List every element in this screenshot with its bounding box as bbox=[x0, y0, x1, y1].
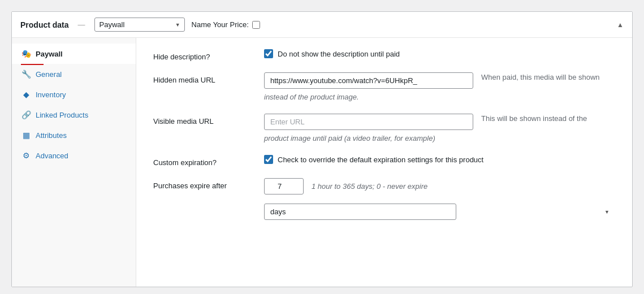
hide-description-control: Do not show the description until paid bbox=[264, 49, 615, 58]
visible-media-url-control: This will be shown instead of the produc… bbox=[264, 114, 615, 144]
main-content: Hide description? Do not show the descri… bbox=[136, 38, 632, 287]
hidden-media-url-hint-right: When paid, this media will be shown bbox=[481, 72, 600, 83]
name-your-price-label[interactable]: Name Your Price: bbox=[192, 20, 260, 29]
hide-description-label: Hide description? bbox=[153, 49, 255, 61]
custom-expiration-row: Custom expiration? Check to override the… bbox=[153, 155, 615, 167]
hide-description-checkbox-label[interactable]: Do not show the description until paid bbox=[264, 49, 615, 58]
panel-title: Product data bbox=[20, 20, 69, 29]
visible-media-url-row: Visible media URL This will be shown ins… bbox=[153, 114, 615, 144]
purchases-expire-hint: 1 hour to 365 days; 0 - never expire bbox=[312, 182, 427, 191]
custom-expiration-checkbox-text: Check to override the default expiration… bbox=[278, 155, 483, 164]
type-select-wrapper[interactable]: Paywall Simple product Grouped product E… bbox=[94, 18, 185, 32]
name-your-price-text: Name Your Price: bbox=[192, 20, 249, 29]
sidebar-item-inventory-label: Inventory bbox=[36, 90, 66, 99]
purchases-expire-input-row: 1 hour to 365 days; 0 - never expire bbox=[264, 178, 615, 194]
sidebar-item-attributes[interactable]: ▦ Attributes bbox=[12, 125, 136, 145]
hidden-media-url-hint-below: instead of the product image. bbox=[264, 92, 615, 102]
sidebar-item-advanced[interactable]: ⚙ Advanced bbox=[12, 145, 136, 166]
attributes-icon: ▦ bbox=[21, 131, 31, 140]
visible-media-url-label: Visible media URL bbox=[153, 114, 255, 126]
hidden-media-url-input[interactable] bbox=[264, 72, 473, 89]
sidebar-item-paywall-label: Paywall bbox=[36, 50, 63, 58]
sidebar-item-attributes-label: Attributes bbox=[36, 131, 67, 140]
visible-media-url-hint-right: This will be shown instead of the bbox=[481, 114, 587, 124]
hidden-media-url-control: When paid, this media will be shown inst… bbox=[264, 72, 615, 102]
hide-description-checkbox[interactable] bbox=[264, 49, 273, 58]
linked-products-icon: 🔗 bbox=[21, 110, 31, 119]
general-icon: 🔧 bbox=[21, 70, 31, 79]
custom-expiration-checkbox-label[interactable]: Check to override the default expiration… bbox=[264, 155, 615, 164]
sidebar-item-general-label: General bbox=[36, 70, 62, 79]
purchases-expire-control: 1 hour to 365 days; 0 - never expire hou… bbox=[264, 178, 615, 220]
hidden-media-url-label: Hidden media URL bbox=[153, 72, 255, 84]
sidebar-item-linked-products[interactable]: 🔗 Linked Products bbox=[12, 105, 136, 125]
purchases-expire-label: Purchases expire after bbox=[153, 178, 255, 190]
hide-description-checkbox-text: Do not show the description until paid bbox=[278, 50, 400, 58]
sidebar-item-general[interactable]: 🔧 General bbox=[12, 64, 136, 84]
visible-media-url-input-row: This will be shown instead of the bbox=[264, 114, 615, 130]
hidden-media-url-input-row: When paid, this media will be shown bbox=[264, 72, 615, 89]
visible-media-url-input[interactable] bbox=[264, 114, 473, 130]
custom-expiration-checkbox[interactable] bbox=[264, 155, 273, 164]
sidebar-item-inventory[interactable]: ◆ Inventory bbox=[12, 84, 136, 105]
inventory-icon: ◆ bbox=[21, 90, 31, 99]
panel-header-left: Product data — Paywall Simple product Gr… bbox=[20, 18, 260, 32]
hidden-media-url-row: Hidden media URL When paid, this media w… bbox=[153, 72, 615, 102]
purchases-expire-row: Purchases expire after 1 hour to 365 day… bbox=[153, 178, 615, 220]
custom-expiration-control: Check to override the default expiration… bbox=[264, 155, 615, 164]
product-data-panel: Product data — Paywall Simple product Gr… bbox=[11, 11, 633, 287]
sidebar-item-advanced-label: Advanced bbox=[36, 152, 68, 160]
purchases-expire-number-input[interactable] bbox=[264, 178, 304, 194]
visible-media-url-hint-below: product image until paid (a video traile… bbox=[264, 133, 615, 144]
days-select-wrapper[interactable]: hours days weeks months years bbox=[264, 204, 615, 220]
collapse-button[interactable]: ▲ bbox=[617, 21, 624, 29]
panel-body: 🎭 Paywall 🔧 General ◆ Inventory 🔗 Linked… bbox=[12, 38, 632, 287]
paywall-icon: 🎭 bbox=[21, 49, 31, 58]
advanced-icon: ⚙ bbox=[21, 151, 31, 160]
panel-header: Product data — Paywall Simple product Gr… bbox=[12, 12, 632, 38]
custom-expiration-label: Custom expiration? bbox=[153, 155, 255, 167]
panel-title-separator: — bbox=[78, 20, 85, 29]
sidebar: 🎭 Paywall 🔧 General ◆ Inventory 🔗 Linked… bbox=[12, 38, 136, 287]
hide-description-row: Hide description? Do not show the descri… bbox=[153, 49, 615, 61]
expire-unit-select[interactable]: hours days weeks months years bbox=[264, 204, 456, 220]
sidebar-item-linked-products-label: Linked Products bbox=[36, 111, 88, 119]
product-type-select[interactable]: Paywall Simple product Grouped product E… bbox=[94, 18, 185, 32]
name-your-price-checkbox[interactable] bbox=[252, 21, 260, 29]
sidebar-item-paywall[interactable]: 🎭 Paywall bbox=[12, 44, 136, 64]
